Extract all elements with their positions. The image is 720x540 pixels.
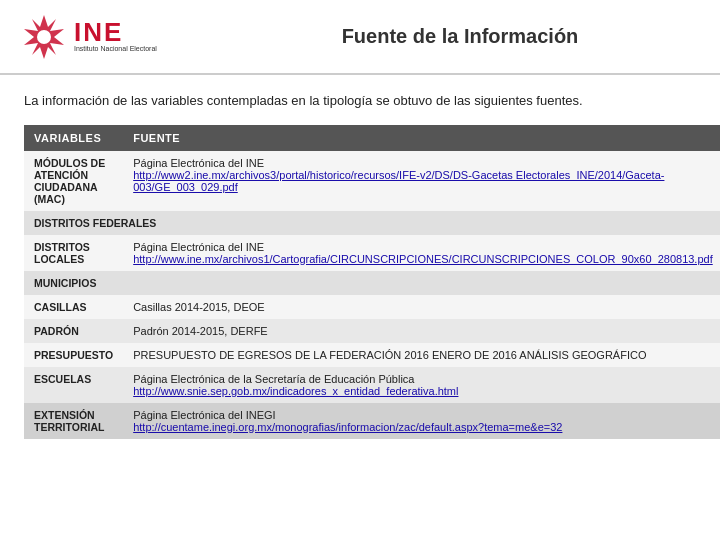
- variable-cell: EXTENSIÓN TERRITORIAL: [24, 403, 123, 439]
- fuente-link[interactable]: http://www.snie.sep.gob.mx/indicadores_x…: [133, 385, 458, 397]
- fuente-cell: PRESUPUESTO DE EGRESOS DE LA FEDERACIÓN …: [123, 343, 720, 367]
- fuente-cell: Padrón 2014-2015, DERFE: [123, 319, 720, 343]
- intro-paragraph: La información de las variables contempl…: [24, 91, 696, 111]
- divider-cell: DISTRITOS FEDERALES: [24, 211, 720, 235]
- fuente-link[interactable]: http://www2.ine.mx/archivos3/portal/hist…: [133, 169, 664, 193]
- table-row: ESCUELASPágina Electrónica de la Secreta…: [24, 367, 720, 403]
- svg-point-1: [37, 30, 51, 44]
- variable-cell: PADRÓN: [24, 319, 123, 343]
- table-row: PRESUPUESTOPRESUPUESTO DE EGRESOS DE LA …: [24, 343, 720, 367]
- logo-subtitle: Instituto Nacional Electoral: [74, 45, 157, 53]
- table-row: PADRÓNPadrón 2014-2015, DERFE: [24, 319, 720, 343]
- logo-area: INE Instituto Nacional Electoral: [20, 13, 220, 61]
- fuente-cell: Página Electrónica del INEhttp://www2.in…: [123, 151, 720, 211]
- col2-header: FUENTE: [123, 125, 720, 151]
- variable-cell: CASILLAS: [24, 295, 123, 319]
- table-row: MUNICIPIOS: [24, 271, 720, 295]
- variable-cell: PRESUPUESTO: [24, 343, 123, 367]
- fuente-cell: Página Electrónica del INEGIhttp://cuent…: [123, 403, 720, 439]
- table-row: MÓDULOS DE ATENCIÓN CIUDADANA (MAC)Págin…: [24, 151, 720, 211]
- fuente-cell: Casillas 2014-2015, DEOE: [123, 295, 720, 319]
- ine-logo-icon: [20, 13, 68, 61]
- content: La información de las variables contempl…: [0, 75, 720, 455]
- table-row: DISTRITOS LOCALESPágina Electrónica del …: [24, 235, 720, 271]
- variable-cell: DISTRITOS LOCALES: [24, 235, 123, 271]
- fuente-link[interactable]: http://www.ine.mx/archivos1/Cartografia/…: [133, 253, 713, 265]
- variable-cell: MÓDULOS DE ATENCIÓN CIUDADANA (MAC): [24, 151, 123, 211]
- table-row: DISTRITOS FEDERALES: [24, 211, 720, 235]
- variable-cell: ESCUELAS: [24, 367, 123, 403]
- fuente-cell: Página Electrónica del INEhttp://www.ine…: [123, 235, 720, 271]
- table-row: EXTENSIÓN TERRITORIALPágina Electrónica …: [24, 403, 720, 439]
- fuente-link[interactable]: http://cuentame.inegi.org.mx/monografias…: [133, 421, 562, 433]
- page-title: Fuente de la Información: [342, 25, 579, 47]
- table-row: CASILLASCasillas 2014-2015, DEOE: [24, 295, 720, 319]
- header: INE Instituto Nacional Electoral Fuente …: [0, 0, 720, 75]
- sources-table: VARIABLES FUENTE MÓDULOS DE ATENCIÓN CIU…: [24, 125, 720, 439]
- fuente-cell: Página Electrónica de la Secretaría de E…: [123, 367, 720, 403]
- col1-header: VARIABLES: [24, 125, 123, 151]
- logo-ine-text: INE: [74, 19, 157, 45]
- page-title-area: Fuente de la Información: [220, 25, 700, 48]
- divider-cell: MUNICIPIOS: [24, 271, 720, 295]
